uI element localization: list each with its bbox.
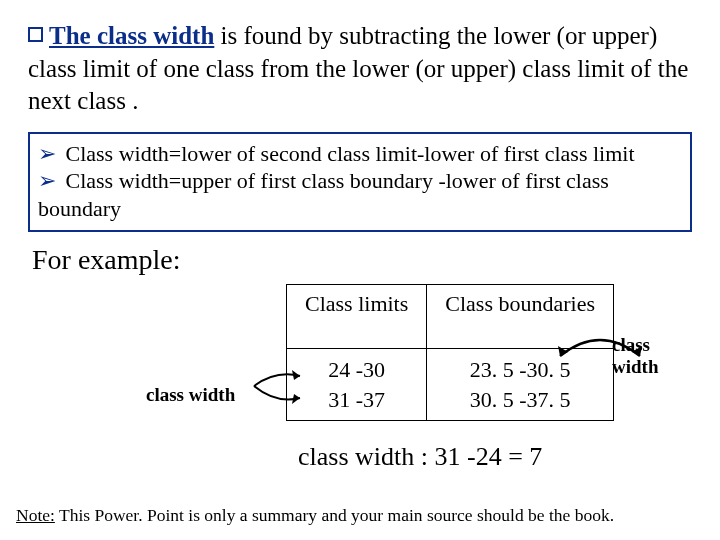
formula-box: ➢ Class width=lower of second class limi… [28,132,692,233]
arc-arrow-right-icon [550,330,650,358]
note-label: Note: [16,505,55,525]
limits-val-1: 24 -30 [305,355,408,385]
formula-line-2: ➢ Class width=upper of first class bound… [38,167,682,222]
note-text: This Power. Point is only a summary and … [55,505,614,525]
boundaries-val-1: 23. 5 -30. 5 [445,355,595,385]
footer-note: Note: This Power. Point is only a summar… [16,505,614,526]
arrow-bullet-icon: ➢ [38,141,56,166]
arc-arrow-left-icon [246,364,306,408]
boundaries-val-2: 30. 5 -37. 5 [445,385,595,415]
square-bullet-icon [28,27,43,42]
table-row: 24 -30 31 -37 23. 5 -30. 5 30. 5 -37. 5 [287,349,614,421]
limits-val-2: 31 -37 [305,385,408,415]
formula-1-text: Class width=lower of second class limit-… [66,141,635,166]
class-width-equation: class width : 31 -24 = 7 [298,442,542,472]
header-class-limits: Class limits [287,285,427,349]
cell-boundaries: 23. 5 -30. 5 30. 5 -37. 5 [427,349,614,421]
term-class-width: The class width [49,22,214,49]
example-heading: For example: [32,244,692,276]
formula-2-text: Class width=upper of first class boundar… [38,168,609,221]
class-width-label-left: class width [146,384,235,406]
arrow-bullet-icon: ➢ [38,168,56,193]
definition-paragraph: The class width is found by subtracting … [28,20,692,118]
cell-limits: 24 -30 31 -37 [287,349,427,421]
formula-line-1: ➢ Class width=lower of second class limi… [38,140,682,168]
example-area: Class limits Class boundaries 24 -30 31 … [28,284,692,494]
